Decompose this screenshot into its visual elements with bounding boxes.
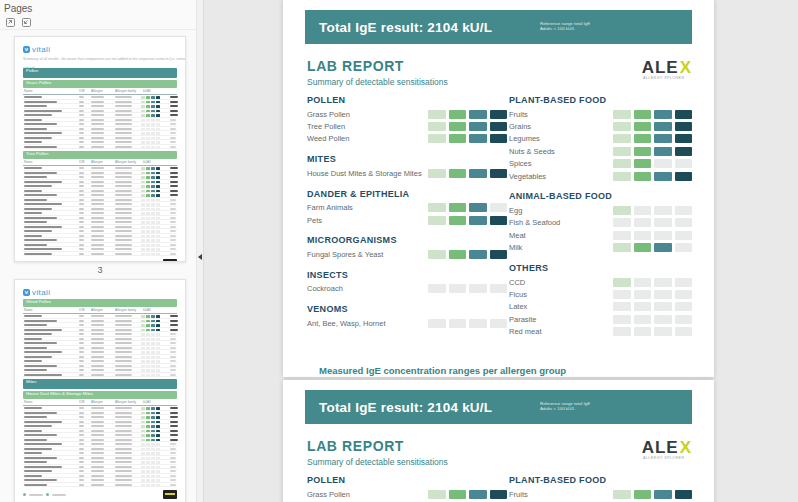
- thumb-row-bar: [141, 199, 160, 202]
- thumb-row-cell: [79, 235, 84, 237]
- thumb-row-name: [24, 253, 52, 255]
- thumb-bar-segment: [146, 146, 150, 149]
- thumb-row-bar: [141, 221, 160, 224]
- ige-level-segment: [490, 203, 508, 212]
- thumb-row-bar: [141, 128, 160, 131]
- thumb-row-cell: [91, 176, 104, 178]
- thumb-row-value: [170, 479, 176, 481]
- document-viewer[interactable]: Total IgE result: 2104 kU/L Reference ra…: [204, 0, 798, 502]
- lab-report-heading-block: LAB REPORT Summary of detectable sensiti…: [307, 58, 448, 87]
- thumb-bar-segment: [156, 167, 160, 170]
- thumb-bar-segment: [151, 123, 155, 126]
- thumb-row-name: [24, 217, 57, 219]
- thumb-row-bar: [141, 434, 160, 437]
- thumb-table-header-cell: Name: [24, 160, 33, 164]
- thumb-bar-segment: [146, 466, 150, 469]
- thumb-row-bar: [141, 374, 160, 377]
- thumb-bar-segment: [146, 119, 150, 122]
- allergen-group-title: VENOMS: [307, 304, 507, 314]
- thumb-row-cell: [115, 461, 132, 463]
- thumb-row-cell: [79, 128, 84, 130]
- thumb-row-cell: [79, 412, 84, 414]
- thumb-row-cell: [91, 203, 104, 205]
- allergen-label: Nuts & Seeds: [509, 147, 613, 156]
- allergen-group: POLLENGrass PollenTree PollenWeed Pollen: [307, 95, 507, 145]
- thumb-bar-segment: [141, 119, 145, 122]
- thumb-row-value: [170, 137, 176, 139]
- ige-level-segment: [654, 122, 672, 131]
- ige-level-segment: [634, 147, 652, 156]
- thumb-bar-segment: [141, 96, 145, 99]
- sidebar-collapse-icon[interactable]: [198, 254, 202, 260]
- thumb-row-value: [170, 194, 178, 196]
- thumb-row-cell: [115, 412, 132, 414]
- thumb-row-bar: [141, 208, 160, 211]
- allergen-row: Grass Pollen: [307, 488, 507, 500]
- thumb-row-bar: [141, 425, 160, 428]
- thumb-bar-segment: [151, 199, 155, 202]
- thumb-table-row: [23, 483, 177, 488]
- allergen-row: CCD: [509, 276, 692, 288]
- thumb-table-header-cell: Allergen family: [115, 308, 136, 312]
- alex-logo: ALEX ALLERGY XPLORER: [642, 60, 692, 81]
- thumb-row-cell: [79, 452, 84, 454]
- thumb-row-name: [24, 324, 47, 326]
- sidebar-resize-divider[interactable]: [196, 0, 204, 502]
- thumb-row-name: [24, 466, 62, 468]
- thumb-row-value: [170, 416, 178, 418]
- page-thumbnail-3[interactable]: vvitaliSummary of all results - be aware…: [14, 36, 186, 262]
- thumb-bar-segment: [156, 338, 160, 341]
- thumb-row-value: [170, 425, 178, 427]
- ige-level-segment: [490, 319, 508, 328]
- thumb-bar-segment: [151, 329, 155, 332]
- thumb-row-value: [170, 434, 178, 436]
- allergen-group: PLANT-BASED FOODFruitsGrainsLegumesNuts …: [509, 95, 692, 182]
- thumb-bar-segment: [156, 101, 160, 104]
- thumb-bar-segment: [151, 412, 155, 415]
- ige-level-segment: [613, 218, 631, 227]
- thumb-bar-segment: [151, 226, 155, 229]
- thumb-bar-segment: [151, 475, 155, 478]
- allergen-row: Nuts & Seeds: [509, 145, 692, 157]
- thumb-row-cell: [91, 425, 104, 427]
- allergen-group: PLANT-BASED FOODFruitsGrainsLegumes: [509, 475, 692, 502]
- reference-range-line2: Adults < 100 kU/L: [540, 26, 575, 31]
- thumb-bar-segment: [141, 356, 145, 359]
- page-thumbnail-4[interactable]: vvitaliWeed PollenNameICRAllergenAllerge…: [14, 279, 186, 502]
- thumb-row-cell: [115, 365, 132, 367]
- ige-level-segment: [613, 327, 631, 336]
- ige-level-segment: [449, 490, 467, 499]
- thumb-row-cell: [79, 484, 84, 486]
- allergen-row: Fish & Seafood: [509, 217, 692, 229]
- allergen-row: Spices: [509, 158, 692, 170]
- thumb-row-cell: [79, 114, 84, 116]
- report-page-2: Total IgE result: 2104 kU/L Reference ra…: [283, 380, 714, 502]
- ige-level-segment: [654, 206, 672, 215]
- thumb-row-cell: [79, 347, 84, 349]
- thumb-row-name: [24, 407, 42, 409]
- thumb-row-cell: [115, 452, 132, 454]
- thumb-row-value: [170, 351, 176, 353]
- thumb-bar-segment: [146, 208, 150, 211]
- thumb-row-cell: [91, 356, 104, 358]
- thumb-row-value: [170, 484, 176, 486]
- ige-level-segment: [654, 172, 672, 181]
- thumb-alex-logo-mark: [165, 493, 175, 495]
- thumb-row-value: [170, 360, 176, 362]
- page-tool-icon-2[interactable]: [20, 16, 32, 28]
- thumb-bar-segment: [151, 203, 155, 206]
- thumb-row-cell: [79, 167, 84, 169]
- thumb-bar-segment: [146, 181, 150, 184]
- sensitisation-column-right: PLANT-BASED FOODFruitsGrainsLegumesNuts …: [509, 95, 692, 347]
- thumb-row-cell: [79, 203, 84, 205]
- thumb-bar-segment: [141, 324, 145, 327]
- page-tool-icon-1[interactable]: [4, 16, 16, 28]
- thumb-row-cell: [115, 141, 132, 143]
- thumb-table-header-cell: Allergen family: [115, 160, 136, 164]
- thumb-row-cell: [79, 439, 84, 441]
- thumb-bar-segment: [151, 479, 155, 482]
- thumb-bar-segment: [151, 342, 155, 345]
- thumb-row-bar: [141, 448, 160, 451]
- thumb-row-bar: [141, 412, 160, 415]
- thumb-row-cell: [91, 439, 104, 441]
